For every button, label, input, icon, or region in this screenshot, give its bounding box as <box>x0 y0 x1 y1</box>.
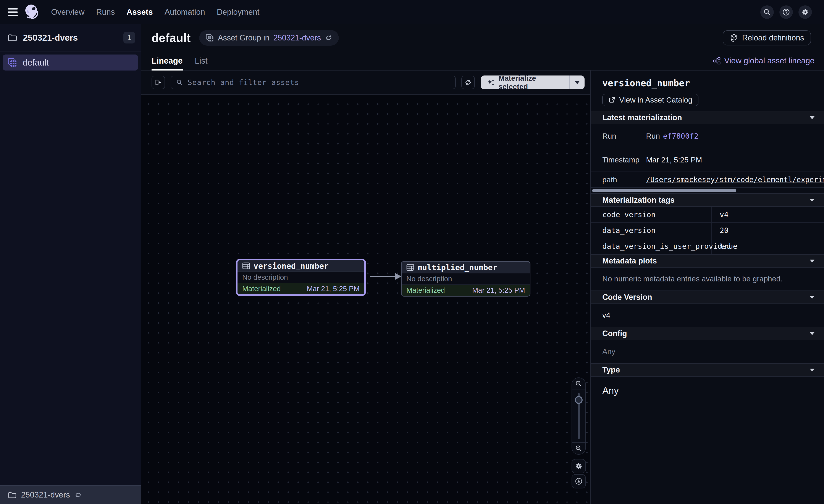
zoom-slider <box>572 390 586 442</box>
top-nav: Overview Runs Assets Automation Deployme… <box>0 0 824 24</box>
scrollbar-thumb[interactable] <box>592 189 736 192</box>
zoom-slider-thumb[interactable] <box>575 396 583 404</box>
run-id-link[interactable]: ef7800f2 <box>663 132 699 140</box>
search-button[interactable] <box>760 5 774 19</box>
primary-nav: Overview Runs Assets Automation Deployme… <box>51 8 260 17</box>
asset-node-description: No description <box>402 273 530 285</box>
path-link[interactable]: /Users/smackesey/stm/code/elementl/exper… <box>646 175 824 184</box>
materialization-time: Mar 21, 5:25 PM <box>307 285 359 293</box>
section-code-version[interactable]: Code Version <box>591 290 824 304</box>
asset-node-status-row: Materialized Mar 21, 5:25 PM <box>237 283 365 294</box>
table-icon <box>242 262 250 270</box>
reload-definitions-button[interactable]: Reload definitions <box>723 30 811 45</box>
view-in-asset-catalog-button[interactable]: View in Asset Catalog <box>602 94 699 106</box>
asset-detail-panel: versioned_number View in Asset Catalog L… <box>590 71 824 504</box>
table-row-run: Run Run ef7800f2 <box>591 124 824 148</box>
lineage-canvas[interactable]: Materialize selected <box>141 71 590 504</box>
expand-panel-button[interactable] <box>151 76 165 89</box>
reload-definitions-icon <box>730 33 738 42</box>
nav-item-automation[interactable]: Automation <box>165 8 205 17</box>
asset-node-status-row: Materialized Mar 21, 5:25 PM <box>402 285 530 296</box>
download-icon <box>575 477 583 485</box>
zoom-out-icon <box>575 445 583 452</box>
sidebar-item-label: default <box>23 58 49 68</box>
dagster-logo[interactable] <box>24 4 40 20</box>
zoom-in-icon <box>575 380 583 387</box>
sync-icon <box>325 34 332 41</box>
asset-groups-sidebar: 250321-dvers 1 default 250321-dvers <box>0 24 141 504</box>
content-area: Materialize selected <box>141 71 824 504</box>
asset-node-header: multiplied_number <box>402 262 530 273</box>
search-icon <box>176 79 183 86</box>
refresh-graph-button[interactable] <box>461 76 475 89</box>
lineage-graph-icon <box>713 57 721 65</box>
badge-code-location-link[interactable]: 250321-dvers <box>273 33 321 42</box>
gear-icon <box>801 8 809 16</box>
graph-settings-button[interactable] <box>572 459 586 473</box>
section-type[interactable]: Type <box>591 363 824 377</box>
badge-prefix: Asset Group in <box>218 33 269 42</box>
table-row: code_version v4 <box>591 207 824 223</box>
section-config[interactable]: Config <box>591 327 824 340</box>
section-latest-materialization[interactable]: Latest materialization <box>591 111 824 124</box>
chevron-down-icon <box>810 369 815 371</box>
tab-lineage[interactable]: Lineage <box>151 51 183 70</box>
page-title: default <box>151 31 191 45</box>
materialize-selected-button[interactable]: Materialize selected <box>481 76 570 89</box>
zoom-out-button[interactable] <box>572 442 586 454</box>
caret-down-icon <box>575 81 580 84</box>
asset-node-name: versioned_number <box>253 261 329 270</box>
download-image-button[interactable] <box>572 474 586 488</box>
nav-item-overview[interactable]: Overview <box>51 8 84 17</box>
table-icon <box>406 263 414 271</box>
folder-icon <box>8 34 17 41</box>
help-button[interactable] <box>780 5 793 19</box>
panel-toggle-icon <box>154 79 162 86</box>
table-row-timestamp: Timestamp Mar 21, 5:25 PM <box>591 148 824 172</box>
asset-node-name: multiplied_number <box>418 263 497 272</box>
tab-list[interactable]: List <box>195 51 208 70</box>
nav-item-deployment[interactable]: Deployment <box>217 8 260 17</box>
hamburger-menu-icon[interactable] <box>8 8 18 16</box>
sidebar-item-default[interactable]: default <box>3 54 138 71</box>
asset-group-badge[interactable]: Asset Group in 250321-dvers <box>199 30 339 46</box>
section-materialization-tags[interactable]: Materialization tags <box>591 194 824 207</box>
external-link-icon <box>608 97 615 103</box>
search-input[interactable] <box>187 78 450 87</box>
group-count-badge: 1 <box>123 32 135 43</box>
tab-bar: Lineage List View global asset lineage <box>141 51 824 71</box>
chevron-down-icon <box>810 332 815 335</box>
zoom-in-button[interactable] <box>572 378 586 390</box>
materialization-time: Mar 21, 5:25 PM <box>472 286 525 294</box>
materialized-status: Materialized <box>242 285 281 293</box>
asset-node-multiplied-number[interactable]: multiplied_number No description Materia… <box>401 261 530 296</box>
chevron-down-icon <box>810 260 815 262</box>
sync-icon <box>465 79 472 86</box>
nav-item-runs[interactable]: Runs <box>96 8 115 17</box>
code-location-label: 250321-dvers <box>21 490 70 499</box>
chevron-down-icon <box>810 199 815 202</box>
section-metadata-plots[interactable]: Metadata plots <box>591 254 824 268</box>
panel-header: versioned_number View in Asset Catalog <box>591 71 824 111</box>
view-global-asset-lineage-link[interactable]: View global asset lineage <box>713 56 815 65</box>
sparkles-icon <box>487 78 495 87</box>
settings-button[interactable] <box>799 5 812 19</box>
asset-group-icon <box>206 34 214 42</box>
table-row: data_version 20 <box>591 223 824 238</box>
top-nav-actions <box>760 5 812 19</box>
nav-item-assets[interactable]: Assets <box>127 8 153 17</box>
asset-title: versioned_number <box>602 78 824 89</box>
folder-icon <box>8 491 16 499</box>
search-icon <box>763 8 771 16</box>
panel-horizontal-scrollbar <box>591 188 824 194</box>
help-icon <box>782 8 790 16</box>
sidebar-group-row[interactable]: 250321-dvers 1 <box>0 24 141 51</box>
asset-search-box <box>171 76 456 89</box>
asset-node-versioned-number[interactable]: versioned_number No description Material… <box>236 259 366 296</box>
canvas-dot-grid[interactable] <box>141 95 590 504</box>
materialize-split-button: Materialize selected <box>481 76 585 89</box>
materialized-status: Materialized <box>406 286 445 294</box>
materialize-options-button[interactable] <box>570 76 585 89</box>
code-location-footer[interactable]: 250321-dvers <box>0 485 141 504</box>
zoom-controls <box>572 377 586 455</box>
